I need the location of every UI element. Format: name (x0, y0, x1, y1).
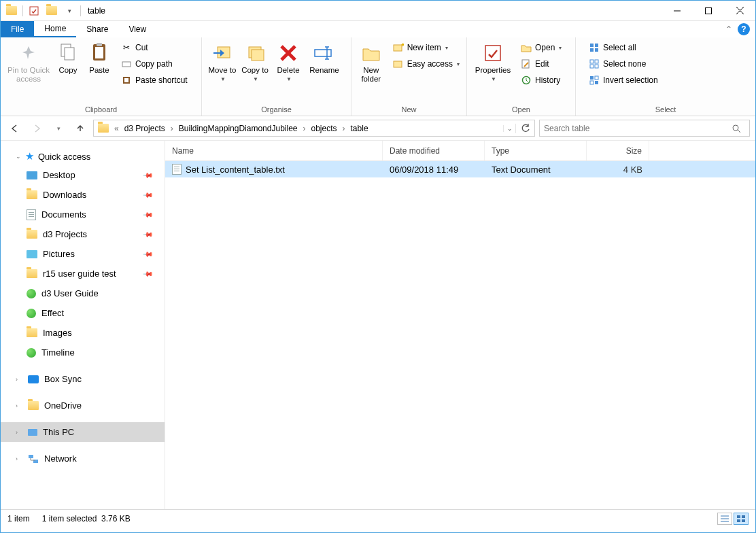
qat-properties-button[interactable] (26, 3, 42, 19)
move-to-icon (212, 41, 233, 65)
svg-rect-27 (595, 44, 598, 47)
up-button[interactable] (71, 120, 89, 137)
history-button[interactable]: History (517, 73, 564, 88)
main-area: ⌄ ★ Quick access Desktop📌Downloads📌Docum… (1, 141, 755, 509)
chevron-right-icon[interactable]: › (302, 124, 307, 133)
group-label-open: Open (467, 105, 575, 116)
sidebar-item[interactable]: r15 user guide test📌 (1, 264, 165, 283)
new-item-button[interactable]: ✦New item▾ (390, 40, 462, 55)
pin-icon: 📌 (143, 189, 154, 200)
sidebar-item[interactable]: d3 Projects📌 (1, 224, 165, 244)
copy-button[interactable]: Copy (52, 40, 84, 76)
new-folder-button[interactable]: New folder (356, 40, 387, 85)
chevron-icon[interactable]: « (113, 124, 120, 133)
svg-rect-28 (590, 48, 594, 52)
onedrive-icon (28, 401, 39, 410)
tab-file[interactable]: File (1, 21, 34, 37)
box-sync-item[interactable]: ›Box Sync (1, 369, 165, 389)
properties-button[interactable]: Properties▼ (471, 40, 515, 84)
sidebar-item[interactable]: Desktop📌 (1, 165, 165, 185)
address-dropdown-button[interactable]: ⌄ (503, 125, 515, 132)
this-pc-item[interactable]: ›This PC (1, 422, 165, 442)
document-icon (27, 209, 36, 220)
address-bar[interactable]: « d3 Projects › BuildingMappingDiamondJu… (93, 120, 535, 137)
file-row[interactable]: Set List_content_table.txt06/09/2018 11:… (165, 161, 755, 177)
breadcrumb-item[interactable]: table (347, 120, 373, 136)
breadcrumb-item[interactable]: objects (307, 120, 341, 136)
details-view-button[interactable] (717, 513, 732, 525)
search-input[interactable] (540, 124, 732, 133)
tab-home[interactable]: Home (34, 21, 76, 37)
sidebar-item-label: Documents (41, 209, 86, 220)
sidebar-item[interactable]: Pictures📌 (1, 244, 165, 264)
pin-icon: 📌 (143, 268, 154, 279)
minimize-ribbon-icon[interactable]: ⌃ (725, 24, 732, 34)
sidebar-item[interactable]: Images (1, 323, 165, 343)
status-bar: 1 item 1 item selected 3.76 KB (1, 509, 755, 527)
sidebar-item[interactable]: d3 User Guide (1, 283, 165, 303)
sidebar-item[interactable]: Documents📌 (1, 205, 165, 224)
close-button[interactable] (724, 1, 755, 21)
paste-shortcut-button[interactable]: Paste shortcut (118, 73, 190, 88)
recent-locations-button[interactable]: ▾ (50, 120, 67, 137)
file-type: Text Document (485, 165, 587, 175)
svg-rect-47 (737, 519, 740, 522)
search-icon[interactable] (732, 124, 749, 133)
maximize-button[interactable] (693, 1, 724, 21)
select-all-button[interactable]: Select all (585, 40, 661, 55)
breadcrumb-root-icon[interactable] (94, 120, 113, 136)
thumbnails-view-button[interactable] (734, 513, 749, 525)
sidebar-item[interactable]: Effect (1, 303, 165, 323)
minimize-button[interactable] (662, 1, 693, 21)
copy-to-button[interactable]: Copy to▼ (239, 40, 271, 84)
breadcrumb-item[interactable]: BuildingMappingDiamondJubilee (175, 120, 302, 136)
qat-customize-button[interactable]: ▾ (61, 3, 78, 19)
chevron-right-icon[interactable]: › (169, 124, 175, 133)
group-label-select: Select (576, 105, 755, 116)
invert-selection-button[interactable]: Invert selection (585, 73, 661, 88)
file-name: Set List_content_table.txt (186, 165, 285, 175)
svg-rect-9 (97, 43, 102, 46)
select-none-button[interactable]: Select none (585, 56, 661, 71)
refresh-button[interactable] (515, 124, 534, 133)
onedrive-item[interactable]: ›OneDrive (1, 396, 165, 415)
qat-folder-icon (3, 3, 20, 19)
desktop-icon (27, 171, 37, 179)
rename-button[interactable]: Rename (305, 40, 343, 76)
open-item-button[interactable]: Open▾ (517, 40, 564, 55)
sidebar-item-label: Timeline (41, 347, 75, 358)
edit-button[interactable]: Edit (517, 56, 564, 71)
sync-icon (27, 289, 36, 298)
sidebar-item[interactable]: Downloads📌 (1, 185, 165, 205)
chevron-right-icon[interactable]: › (341, 124, 347, 133)
folder-icon (27, 230, 37, 239)
svg-rect-18 (315, 50, 331, 56)
help-icon[interactable]: ? (738, 23, 750, 35)
folder-icon (27, 269, 37, 278)
network-item[interactable]: ›Network (1, 449, 165, 468)
column-date[interactable]: Date modified (383, 141, 485, 160)
svg-rect-36 (590, 81, 594, 84)
back-button[interactable] (6, 120, 24, 137)
tab-share[interactable]: Share (76, 21, 118, 37)
column-size[interactable]: Size (587, 141, 649, 160)
copy-path-button[interactable]: Copy path (118, 56, 190, 71)
search-box[interactable] (539, 120, 750, 137)
svg-rect-15 (252, 50, 264, 61)
cut-button[interactable]: ✂Cut (118, 40, 190, 55)
tab-view[interactable]: View (118, 21, 156, 37)
qat-new-folder-button[interactable] (44, 3, 60, 19)
delete-button[interactable]: Delete▼ (271, 40, 305, 84)
paste-button[interactable]: Paste (84, 40, 115, 76)
breadcrumb-item[interactable]: d3 Projects (120, 120, 169, 136)
sync-icon (27, 348, 36, 358)
column-type[interactable]: Type (485, 141, 587, 160)
easy-access-button[interactable]: Easy access▾ (390, 56, 462, 71)
pin-to-quick-access-button[interactable]: Pin to Quick access (5, 40, 52, 85)
move-to-button[interactable]: Move to▼ (206, 40, 239, 84)
forward-button[interactable] (28, 120, 46, 137)
quick-access-header[interactable]: ⌄ ★ Quick access (1, 148, 165, 165)
sidebar-item[interactable]: Timeline (1, 343, 165, 362)
file-list: Name⌃ Date modified Type Size Set List_c… (165, 141, 755, 509)
column-name[interactable]: Name⌃ (165, 141, 383, 160)
